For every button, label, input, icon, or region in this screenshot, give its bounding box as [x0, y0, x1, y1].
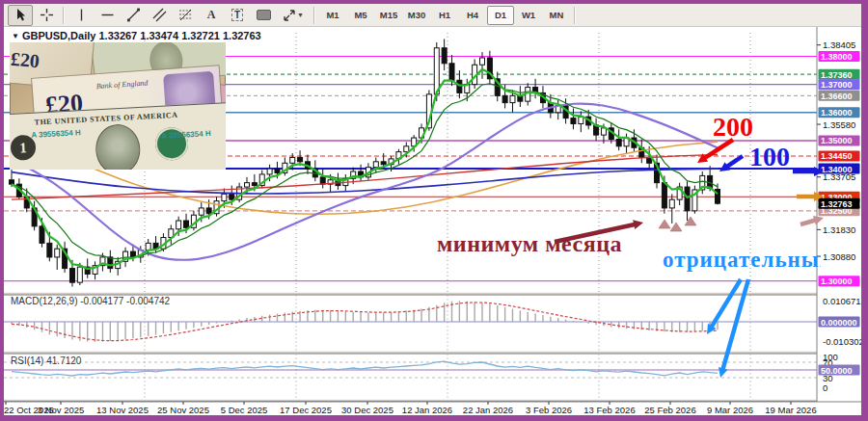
washington-portrait — [95, 123, 142, 170]
bank-of-england-text: Bank of England — [95, 78, 148, 91]
svg-text:13 Feb 2026: 13 Feb 2026 — [583, 405, 635, 415]
window-frame — [861, 0, 868, 421]
svg-text:1.37360: 1.37360 — [821, 70, 853, 80]
svg-text:0: 0 — [823, 382, 827, 393]
toolbar-separator — [313, 7, 315, 24]
arrows-icon — [283, 9, 296, 22]
shapes-icon — [257, 10, 271, 20]
crosshair-tool-button[interactable] — [34, 5, 59, 26]
timeframe-mn-button[interactable]: MN — [543, 6, 570, 25]
svg-text:1.32763: 1.32763 — [821, 199, 853, 209]
svg-text:0.010671: 0.010671 — [823, 296, 861, 306]
svg-text:9 Mar 2026: 9 Mar 2026 — [707, 405, 753, 415]
time-axis[interactable]: 22 Oct 20253 Nov 202513 Nov 202525 Nov 2… — [0, 402, 868, 415]
cursor-tool-button[interactable] — [8, 5, 33, 26]
timeframe-w1-button[interactable]: W1 — [515, 6, 542, 25]
svg-text:1.30000: 1.30000 — [821, 276, 853, 286]
svg-text:1.38405: 1.38405 — [823, 39, 855, 50]
chevron-down-icon: ▼ — [297, 12, 304, 18]
channel-icon — [152, 8, 167, 22]
fibonacci-tool-button[interactable] — [173, 5, 198, 26]
timeframe-h1-button[interactable]: H1 — [431, 6, 458, 25]
toolbar-separator — [63, 7, 65, 24]
price-axis[interactable]: 1.384051.355801.337051.318301.308801.380… — [817, 27, 864, 402]
svg-text:30 Dec 2025: 30 Dec 2025 — [341, 405, 393, 415]
trendline-tool-button[interactable] — [121, 5, 146, 26]
one-dollar-bill: THE UNITED STATES OF AMERICA A 39556354 … — [10, 102, 226, 170]
svg-text:12 Jan 2026: 12 Jan 2026 — [402, 405, 452, 415]
svg-text:0.000000: 0.000000 — [821, 318, 857, 328]
pound-denomination: £20 — [10, 48, 41, 73]
text-tool-button[interactable]: T — [225, 5, 250, 26]
trendline-icon — [126, 8, 141, 22]
usd-title-text: THE UNITED STATES OF AMERICA — [34, 111, 177, 127]
svg-text:1.35000: 1.35000 — [821, 136, 853, 145]
timeframe-h4-button[interactable]: H4 — [459, 6, 486, 25]
horizontal-line-icon — [100, 8, 115, 22]
serial-number: A 39556354 H — [31, 128, 81, 140]
svg-text:1.38000: 1.38000 — [821, 52, 853, 62]
svg-text:17 Dec 2025: 17 Dec 2025 — [280, 405, 332, 415]
svg-text:1.34450: 1.34450 — [821, 151, 853, 161]
timeframe-m15-button[interactable]: M15 — [375, 6, 402, 25]
window-frame — [0, 415, 868, 421]
svg-text:25 Nov 2025: 25 Nov 2025 — [157, 405, 209, 415]
svg-text:1.36600: 1.36600 — [821, 92, 853, 101]
svg-text:25 Feb 2026: 25 Feb 2026 — [644, 405, 695, 415]
svg-text:13 Nov 2025: 13 Nov 2025 — [96, 405, 149, 415]
cursor-icon — [14, 8, 28, 22]
one-denomination: 1 — [10, 135, 36, 161]
vertical-line-icon — [74, 8, 89, 22]
toolbar-separator — [574, 7, 576, 24]
timeframe-m1-button[interactable]: M1 — [319, 6, 346, 25]
shapes-tool-button[interactable] — [251, 5, 276, 26]
svg-text:3 Feb 2026: 3 Feb 2026 — [526, 405, 572, 415]
svg-text:1.37000: 1.37000 — [821, 80, 853, 90]
currency-photo: 10 £20 £20 Bank of England THE UNITED ST… — [10, 42, 226, 170]
timeframe-m5-button[interactable]: M5 — [347, 6, 374, 25]
serial-number: A 39556354 H — [161, 129, 211, 141]
text-box-icon: T — [231, 9, 243, 21]
timeframe-d1-button[interactable]: D1 — [487, 6, 514, 25]
horizontal-line-tool-button[interactable] — [95, 5, 120, 26]
svg-text:-0.010302: -0.010302 — [823, 336, 864, 347]
window-frame — [0, 0, 868, 4]
svg-text:1.34000: 1.34000 — [821, 165, 853, 174]
svg-text:3 Nov 2025: 3 Nov 2025 — [38, 405, 85, 415]
trading-platform-window: A T ▼ M1 M5 M15 M30 H1 H4 D1 W1 MN 1.384… — [0, 0, 868, 421]
svg-text:1.31830: 1.31830 — [823, 224, 855, 235]
timeframe-m30-button[interactable]: M30 — [403, 6, 430, 25]
svg-text:22 Jan 2026: 22 Jan 2026 — [463, 405, 513, 415]
svg-text:19 Mar 2026: 19 Mar 2026 — [765, 405, 816, 415]
equidistant-channel-tool-button[interactable] — [147, 5, 172, 26]
ten-denomination: 10 — [216, 42, 226, 46]
svg-text:1.36000: 1.36000 — [821, 108, 853, 118]
toolbar: A T ▼ M1 M5 M15 M30 H1 H4 D1 W1 MN — [4, 4, 861, 27]
text-label-icon: A — [207, 8, 216, 22]
svg-text:5 Dec 2025: 5 Dec 2025 — [221, 405, 268, 415]
arrows-tool-button[interactable]: ▼ — [277, 5, 310, 26]
text-label-tool-button[interactable]: A — [199, 5, 224, 26]
fibonacci-icon — [178, 8, 193, 22]
vertical-line-tool-button[interactable] — [68, 5, 94, 26]
window-frame — [0, 0, 4, 421]
svg-text:1.35580: 1.35580 — [823, 119, 855, 130]
svg-text:1.30880: 1.30880 — [823, 251, 855, 262]
crosshair-icon — [40, 8, 54, 22]
